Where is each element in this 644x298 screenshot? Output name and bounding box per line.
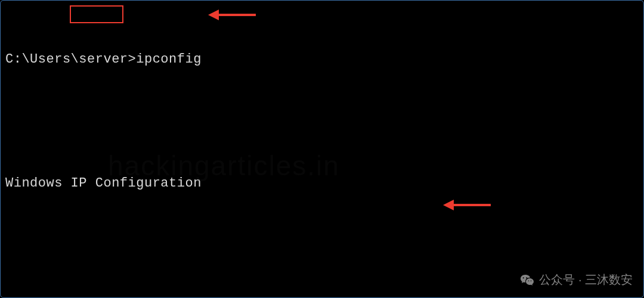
ipconfig-heading: Windows IP Configuration xyxy=(5,173,639,194)
blank-line xyxy=(5,235,639,256)
command-text: ipconfig xyxy=(136,52,202,67)
terminal-output: C:\Users\server>ipconfig Windows IP Conf… xyxy=(1,1,643,298)
watermark: 公众号 · 三沐数安 xyxy=(520,272,633,288)
blank-line xyxy=(5,111,639,132)
prompt-path-prefix: C:\Users\ xyxy=(5,52,79,67)
watermark-text: 公众号 · 三沐数安 xyxy=(539,272,633,288)
prompt-suffix: > xyxy=(128,52,137,67)
wechat-icon xyxy=(520,273,534,287)
prompt-line-1[interactable]: C:\Users\server>ipconfig xyxy=(5,49,639,70)
prompt-username: server xyxy=(79,52,128,67)
